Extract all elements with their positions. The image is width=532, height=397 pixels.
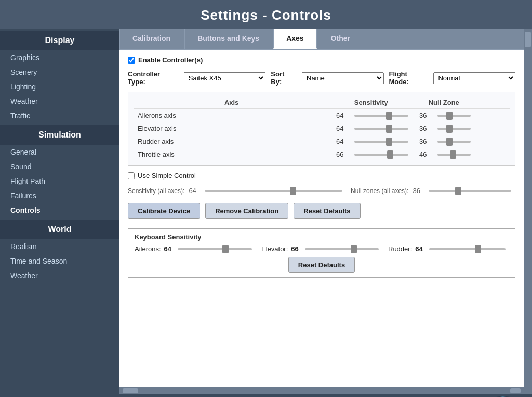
ailerons-sensitivity-slider-cell[interactable] (350, 109, 413, 122)
sidebar: Display Graphics Scenery Lighting Weathe… (0, 29, 119, 394)
keyboard-rudder-item: Rudder: 64 (388, 245, 509, 253)
sidebar-item-lighting[interactable]: Lighting (0, 79, 119, 94)
hscroll-left-thumb[interactable] (123, 388, 138, 393)
sidebar-item-graphics[interactable]: Graphics (0, 50, 119, 65)
simple-control-checkbox[interactable] (128, 172, 135, 179)
panel: Enable Controller(s) Controller Type: Sa… (119, 50, 524, 387)
simple-control-label: Use Simple Control (138, 172, 196, 180)
sidebar-item-time-and-season[interactable]: Time and Season (0, 254, 119, 268)
tab-buttons-and-keys[interactable]: Buttons and Keys (184, 29, 272, 49)
empty-cell (475, 109, 510, 122)
sidebar-item-scenery[interactable]: Scenery (0, 65, 119, 79)
keyboard-elevator-item: Elevator: 66 (261, 245, 382, 253)
vertical-scrollbar[interactable] (524, 29, 532, 394)
sensitivity-col-header: Sensitivity (329, 97, 413, 109)
sort-by-select[interactable]: Name (302, 72, 384, 84)
tabs-row: Calibration Buttons and Keys Axes Other (119, 29, 524, 50)
table-row: Ailerons axis 64 36 (134, 109, 510, 122)
sidebar-world-header[interactable]: World (0, 220, 119, 239)
action-buttons-row: Calibrate Device Remove Calibration Rese… (128, 203, 515, 219)
axis-table-container: Axis Sensitivity Null Zone Ailerons axis… (128, 92, 515, 166)
enable-controller-checkbox[interactable] (128, 57, 135, 64)
empty-cell (475, 122, 510, 135)
flight-mode-label: Flight Mode: (389, 70, 429, 86)
keyboard-rudder-value: 64 (415, 245, 422, 253)
null-zone-col-header: Null Zone (413, 97, 475, 109)
axis-table: Axis Sensitivity Null Zone Ailerons axis… (134, 97, 510, 161)
rudder-nullzone-slider-cell[interactable] (433, 135, 475, 148)
ailerons-sensitivity-val: 64 (329, 109, 350, 122)
axis-name-elevator: Elevator axis (134, 122, 329, 135)
throttle-nullzone-val: 46 (413, 148, 433, 161)
content-main: Calibration Buttons and Keys Axes Other … (119, 29, 524, 394)
enable-row: Enable Controller(s) (128, 56, 515, 64)
table-row: Rudder axis 64 36 (134, 135, 510, 148)
rudder-nullzone-val: 36 (413, 135, 433, 148)
reset-defaults-keyboard-button[interactable]: Reset Defaults (288, 257, 355, 273)
controller-type-select[interactable]: Saitek X45 (184, 72, 266, 84)
elevator-sensitivity-slider-cell[interactable] (350, 122, 413, 135)
tab-calibration[interactable]: Calibration (119, 29, 183, 49)
keyboard-section-title: Keyboard Sensitivity (135, 233, 509, 241)
empty-cell (475, 135, 510, 148)
empty-cell (475, 148, 510, 161)
sidebar-simulation-header[interactable]: Simulation (0, 125, 119, 145)
sidebar-item-realism[interactable]: Realism (0, 239, 119, 254)
throttle-sensitivity-val: 66 (329, 148, 350, 161)
keyboard-ailerons-label: Ailerons: (135, 245, 161, 253)
sidebar-item-traffic[interactable]: Traffic (0, 108, 119, 123)
ailerons-nullzone-val: 36 (413, 109, 433, 122)
keyboard-ailerons-value: 64 (164, 245, 171, 253)
remove-calibration-button[interactable]: Remove Calibration (205, 203, 288, 219)
keyboard-rudder-label: Rudder: (388, 245, 412, 253)
controller-type-label: Controller Type: (128, 70, 179, 86)
sidebar-item-failures[interactable]: Failures (0, 188, 119, 203)
keyboard-sensitivity-section: Keyboard Sensitivity Ailerons: 64 Elevat… (128, 228, 515, 278)
axis-name-throttle: Throttle axis (134, 148, 329, 161)
hscroll-right-thumb[interactable] (510, 388, 521, 393)
flight-mode-select[interactable]: Normal (433, 72, 515, 84)
sidebar-item-weather[interactable]: Weather (0, 94, 119, 108)
sensitivity-all-label: Sensitivity (all axes): (128, 187, 184, 195)
ailerons-nullzone-slider-cell[interactable] (433, 109, 475, 122)
sidebar-item-flight-path[interactable]: Flight Path (0, 174, 119, 188)
sort-by-label: Sort By: (271, 70, 297, 86)
sidebar-display-header[interactable]: Display (0, 31, 119, 50)
simple-control-row: Use Simple Control (128, 172, 515, 180)
table-row: Throttle axis 66 46 (134, 148, 510, 161)
elevator-nullzone-slider-cell[interactable] (433, 122, 475, 135)
empty-col-header (475, 97, 510, 109)
reset-defaults-button[interactable]: Reset Defaults (294, 203, 360, 219)
null-zones-all-value: 36 (413, 187, 420, 195)
controller-row: Controller Type: Saitek X45 Sort By: Nam… (128, 70, 515, 86)
global-sensitivity-row: Sensitivity (all axes): 64 Null zones (a… (128, 187, 515, 195)
throttle-nullzone-slider-cell[interactable] (433, 148, 475, 161)
sidebar-item-general[interactable]: General (0, 145, 119, 159)
null-zones-all-label: Null zones (all axes): (351, 187, 408, 195)
keyboard-ailerons-item: Ailerons: 64 (135, 245, 255, 253)
enable-controller-label: Enable Controller(s) (138, 56, 203, 64)
throttle-sensitivity-slider-cell[interactable] (350, 148, 413, 161)
sidebar-item-controls[interactable]: Controls (0, 203, 119, 217)
rudder-sensitivity-val: 64 (329, 135, 350, 148)
elevator-nullzone-val: 36 (413, 122, 433, 135)
sidebar-item-world-weather[interactable]: Weather (0, 268, 119, 283)
table-row: Elevator axis 64 36 (134, 122, 510, 135)
axis-name-rudder: Rudder axis (134, 135, 329, 148)
vscroll-thumb[interactable] (525, 32, 531, 47)
horizontal-scrollbar[interactable] (119, 387, 524, 394)
keyboard-row: Ailerons: 64 Elevator: 66 (135, 245, 509, 253)
rudder-sensitivity-slider-cell[interactable] (350, 135, 413, 148)
keyboard-elevator-value: 66 (291, 245, 298, 253)
tab-axes[interactable]: Axes (273, 29, 316, 49)
calibrate-device-button[interactable]: Calibrate Device (128, 203, 200, 219)
sidebar-item-sound[interactable]: Sound (0, 159, 119, 174)
footer: Cancel Ok 飞行者联盟 Okina Flier (0, 394, 532, 397)
axis-name-ailerons: Ailerons axis (134, 109, 329, 122)
keyboard-elevator-label: Elevator: (261, 245, 288, 253)
axis-col-header: Axis (134, 97, 329, 109)
elevator-sensitivity-val: 64 (329, 122, 350, 135)
sensitivity-all-value: 64 (189, 187, 196, 195)
tab-other[interactable]: Other (318, 29, 363, 49)
page-title: Settings - Controls (0, 0, 532, 29)
